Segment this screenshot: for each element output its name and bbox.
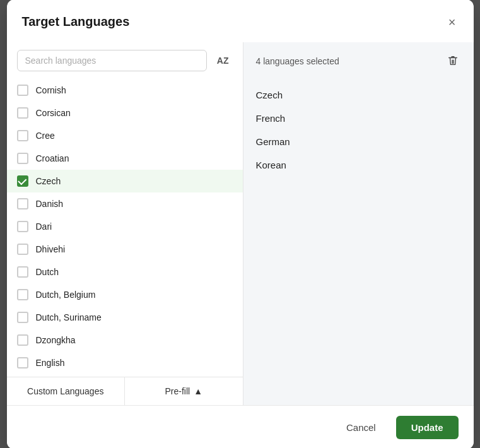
checkbox xyxy=(17,85,28,96)
list-item[interactable]: Dutch xyxy=(7,261,243,283)
language-label: Dari xyxy=(36,221,52,232)
language-label: Dutch, Suriname xyxy=(36,312,102,322)
close-button[interactable]: × xyxy=(446,13,459,31)
checkbox xyxy=(17,153,28,164)
update-button[interactable]: Update xyxy=(396,416,459,439)
checkbox xyxy=(17,175,28,187)
checkbox xyxy=(17,198,28,209)
modal-body: AZ CornishCorsicanCreeCroatianCzechDanis… xyxy=(7,42,474,405)
checkbox xyxy=(17,334,28,346)
language-label: Dhivehi xyxy=(36,244,66,254)
selected-item: French xyxy=(256,107,461,130)
language-label: Danish xyxy=(36,199,64,209)
language-list: CornishCorsicanCreeCroatianCzechDanishDa… xyxy=(7,76,243,377)
checkbox xyxy=(17,289,28,300)
cancel-button[interactable]: Cancel xyxy=(334,416,389,439)
modal-header: Target Languages × xyxy=(7,0,474,42)
selected-language-list: CzechFrenchGermanKorean xyxy=(243,81,474,405)
language-label: Dutch xyxy=(36,267,59,277)
list-item[interactable]: Dari xyxy=(7,215,243,238)
language-label: Cree xyxy=(36,131,55,141)
prefill-button[interactable]: Pre-fill ▲ xyxy=(125,377,243,405)
language-label: Dutch, Belgium xyxy=(36,290,96,300)
checkbox xyxy=(17,130,28,141)
search-area: AZ xyxy=(7,42,243,76)
selected-item: Korean xyxy=(256,153,461,177)
right-panel: 4 languages selected CzechFrenchGermanKo… xyxy=(243,42,474,405)
list-item[interactable]: Croatian xyxy=(7,147,243,170)
bottom-bar: Custom Languages Pre-fill ▲ xyxy=(7,377,243,405)
target-languages-modal: Target Languages × AZ CornishCorsicanCre… xyxy=(7,0,474,448)
checkbox xyxy=(17,266,28,278)
modal-overlay: Target Languages × AZ CornishCorsicanCre… xyxy=(0,0,480,448)
list-item[interactable]: Cornish xyxy=(7,79,243,102)
language-label: Czech xyxy=(36,176,61,186)
checkbox xyxy=(17,244,28,255)
language-label: Cornish xyxy=(36,85,66,95)
modal-footer: Cancel Update xyxy=(7,405,474,449)
clear-selected-button[interactable] xyxy=(445,52,461,71)
modal-title: Target Languages xyxy=(22,15,130,29)
list-item[interactable]: Cree xyxy=(7,124,243,147)
list-item[interactable]: Dhivehi xyxy=(7,238,243,261)
list-item[interactable]: Corsican xyxy=(7,102,243,124)
list-item[interactable]: Czech xyxy=(7,170,243,192)
checkbox xyxy=(17,357,28,368)
list-item[interactable]: Dutch, Suriname xyxy=(7,306,243,329)
checkbox xyxy=(17,107,28,119)
language-label: English xyxy=(36,358,65,368)
list-item[interactable]: Dzongkha xyxy=(7,329,243,351)
custom-languages-button[interactable]: Custom Languages xyxy=(7,377,126,405)
list-item[interactable]: Dutch, Belgium xyxy=(7,283,243,306)
selected-header: 4 languages selected xyxy=(243,42,474,81)
list-item[interactable]: English xyxy=(7,351,243,374)
search-input[interactable] xyxy=(17,50,207,71)
trash-icon xyxy=(447,55,459,66)
checkbox xyxy=(17,221,28,232)
language-label: Dzongkha xyxy=(36,335,76,345)
language-label: Corsican xyxy=(36,108,71,118)
language-label: Croatian xyxy=(36,153,69,163)
left-panel: AZ CornishCorsicanCreeCroatianCzechDanis… xyxy=(7,42,243,405)
az-sort-button[interactable]: AZ xyxy=(213,53,233,68)
selected-item: German xyxy=(256,130,461,153)
checkbox xyxy=(17,312,28,323)
list-item[interactable]: Danish xyxy=(7,192,243,215)
selected-count: 4 languages selected xyxy=(256,56,339,66)
selected-item: Czech xyxy=(256,83,461,107)
